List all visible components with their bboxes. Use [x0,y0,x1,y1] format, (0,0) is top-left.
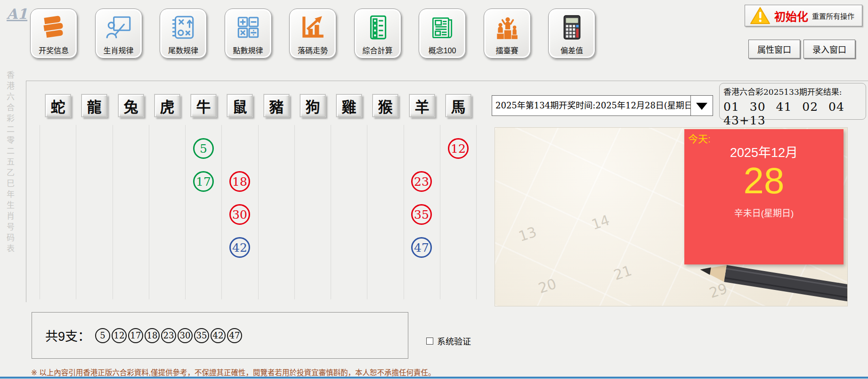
left-separator [26,81,26,302]
grid-column-line [40,125,40,299]
toolbar-button-label: 尾数规律 [168,44,198,56]
faint-calendar-number: 14 [590,212,612,233]
faint-calendar-number: 13 [517,223,539,245]
summary-ball-23: 23 [161,328,176,343]
grid-column-line [440,125,440,299]
toolbar-button-checklist[interactable]: 綜合計算 [354,8,401,58]
top-separator [26,81,868,81]
checkbox-icon[interactable] [426,338,433,345]
summary-label: 共9支： [45,326,90,345]
zodiac-key-12[interactable]: 馬 [446,94,471,117]
toolbar-button-label: 點數規律 [233,44,263,56]
zodiac-key-7[interactable]: 豬 [264,94,289,117]
entry-window-button[interactable]: 录入窗口 [803,40,855,58]
grid-column-line [76,125,76,299]
podium-icon [494,13,521,42]
grid-ball-47: 47 [411,237,432,258]
zodiac-key-2[interactable]: 龍 [81,94,107,117]
toolbar-button-label: 概念100 [429,44,456,56]
newspaper-icon [429,13,456,42]
math-grid-icon [235,13,262,42]
grid-column-line [221,125,222,299]
toolbar-button-label: 生肖规律 [103,44,133,56]
grid-ball-23: 23 [411,171,432,192]
zodiac-key-5[interactable]: 牛 [191,94,216,117]
summary-box: 共9支： 51217182330354247 [32,312,408,359]
system-verify-label: 系统验证 [437,335,471,347]
grid-column-line [331,125,331,299]
summary-ball-30: 30 [178,328,193,343]
faint-calendar-number: 21 [612,262,634,283]
grid-ball-5: 5 [193,138,214,159]
zodiac-key-6[interactable]: 鼠 [227,94,252,117]
grid-column-line [476,125,477,299]
grid-column-line [294,125,295,299]
books-icon [40,13,67,42]
tail-strategy-icon [170,13,197,42]
zodiac-key-1[interactable]: 蛇 [45,94,71,117]
today-calendar-card: 今天: 2025年12月 28 辛未日(星期日) [684,129,844,264]
grid-ball-18: 18 [229,171,250,192]
grid-ball-17: 17 [193,171,214,192]
grid-ball-12: 12 [448,138,469,159]
period-dropdown[interactable]: 2025年第134期开奖时间:2025年12月28日(星期日) [492,95,713,116]
calendar-photo-panel: 131420212229 今天: 2025年12月 28 辛未日(星期日) [495,127,848,306]
toolbar-button-newspaper[interactable]: 概念100 [419,8,466,58]
toolbar-button-trend-chart[interactable]: 落碼走勢 [289,8,336,58]
grid-ball-30: 30 [229,204,250,225]
today-label: 今天: [688,131,711,145]
calendar-day-detail: 辛未日(星期日) [684,206,844,219]
draw-result-title: 香港六合彩2025133期开奖结果: [723,85,862,97]
properties-window-button[interactable]: 属性窗口 [748,40,800,58]
system-verify-checkbox[interactable]: 系统验证 [426,335,471,347]
period-dropdown-value: 2025年第134期开奖时间:2025年12月28日(星期日) [492,96,690,115]
grid-ball-42: 42 [229,237,250,258]
disclaimer-text: ※ 以上內容引用香港正版六合彩資料,僅提供參考，不保證其正確性，閱覽者若用於投資… [31,367,436,377]
bottom-accent-bar [0,377,868,379]
grid-column-line [258,125,259,299]
zodiac-key-3[interactable]: 兔 [118,94,144,117]
zodiac-board-icon [105,13,132,42]
toolbar-button-books[interactable]: 开奖信息 [30,8,77,58]
summary-ball-17: 17 [128,328,143,343]
toolbar-button-calculator[interactable]: 偏差值 [548,8,595,58]
calendar-day: 28 [684,162,844,199]
initialize-label: 初始化 [774,8,808,24]
summary-ball-12: 12 [112,328,127,343]
initialize-sublabel: 重置所有操作 [812,11,854,21]
calculator-icon [558,13,585,42]
side-vertical-title: 香港六合彩二零二五乙巳年生肖号码表 [4,71,16,269]
chevron-down-icon [696,103,707,115]
checklist-icon [364,13,391,42]
summary-ball-18: 18 [145,328,160,343]
initialize-button[interactable]: 初始化 重置所有操作 [745,5,862,26]
summary-ball-5: 5 [95,328,110,343]
toolbar-button-label: 綜合計算 [362,44,392,56]
grid-column-line [185,125,186,299]
toolbar-button-label: 偏差值 [560,44,583,56]
toolbar-button-label: 落碼走勢 [298,44,328,56]
toolbar-button-label: 擂臺賽 [495,44,518,56]
grid-column-line [404,125,404,299]
toolbar-button-zodiac-board[interactable]: 生肖规律 [95,8,142,58]
draw-result-box: 香港六合彩2025133期开奖结果: 01 30 41 02 04 43+13 [719,83,866,120]
toolbar-button-math-grid[interactable]: 點數規律 [225,8,272,58]
toolbar-button-podium[interactable]: 擂臺賽 [484,8,531,58]
summary-ball-42: 42 [211,328,226,343]
toolbar: 开奖信息 生肖规律 尾数规律 點數規律 落碼走勢 綜合計算 [0,0,868,66]
zodiac-key-9[interactable]: 雞 [336,94,362,117]
dropdown-arrow-button[interactable] [690,96,713,115]
faint-calendar-number: 20 [536,275,559,297]
draw-result-numbers: 01 30 41 02 04 43+13 [723,100,862,127]
zodiac-key-10[interactable]: 猴 [373,94,398,117]
grid-ball-35: 35 [411,204,432,225]
summary-ball-47: 47 [227,328,242,343]
warning-icon [750,6,771,25]
grid-column-line [367,125,367,299]
summary-ball-35: 35 [194,328,209,343]
zodiac-key-8[interactable]: 狗 [300,94,325,117]
toolbar-button-tail-strategy[interactable]: 尾数规律 [160,8,207,58]
toolbar-button-label: 开奖信息 [39,44,69,56]
zodiac-key-11[interactable]: 羊 [409,94,435,117]
zodiac-key-4[interactable]: 虎 [154,94,180,117]
